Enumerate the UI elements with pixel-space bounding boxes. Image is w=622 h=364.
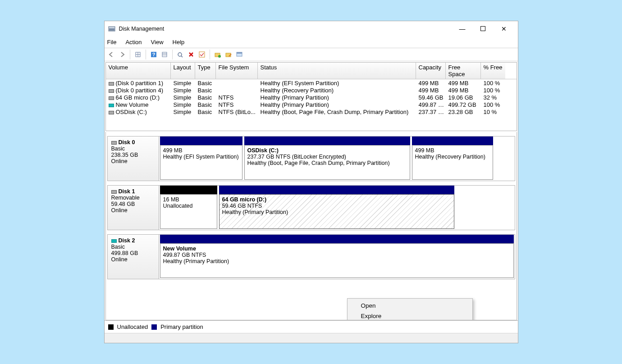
menu-view[interactable]: View — [151, 39, 164, 46]
disk2-row: Disk 2 Basic 499.88 GB Online New Volume… — [107, 234, 515, 279]
ctx-open[interactable]: Open — [348, 300, 471, 311]
col-percent-free[interactable]: % Free — [481, 63, 505, 79]
disk2-part1[interactable]: New Volume 499.87 GB NTFS Healthy (Prima… — [160, 243, 514, 278]
col-free[interactable]: Free Space — [446, 63, 481, 79]
disk1-row: Disk 1 Removable 59.48 GB Online 16 MB U… — [107, 185, 515, 230]
list-icon[interactable] — [160, 50, 169, 59]
table-row[interactable]: (Disk 0 partition 1)SimpleBasicHealthy (… — [106, 79, 517, 86]
disk-management-window: Disk Management — ✕ File Action View Hel… — [104, 21, 518, 343]
table-row[interactable]: OSDisk (C:)SimpleBasicNTFS (BitLo...Heal… — [106, 108, 517, 115]
refresh-icon[interactable] — [175, 50, 185, 59]
legend-unallocated-swatch — [108, 324, 114, 330]
back-icon[interactable] — [106, 50, 116, 59]
forward-icon[interactable] — [117, 50, 127, 59]
menu-action[interactable]: Action — [125, 39, 142, 46]
disk0-part2[interactable]: OSDisk (C:) 237.37 GB NTFS (BitLocker En… — [244, 145, 410, 180]
disk0-size: 238.35 GB — [111, 152, 138, 158]
disk-area: Disk 0 Basic 238.35 GB Online 499 MB Hea… — [105, 132, 517, 320]
disk1-part2[interactable]: 64 GB micro (D:) 59.46 GB NTFS Healthy (… — [219, 194, 454, 229]
disk1-type: Removable — [111, 195, 140, 201]
close-button[interactable]: ✕ — [494, 22, 514, 36]
disk-icon — [111, 190, 117, 194]
volume-table: Volume Layout Type File System Status Ca… — [105, 62, 517, 131]
disk-icon — [111, 141, 117, 145]
svg-rect-18 — [237, 52, 242, 54]
svg-point-15 — [218, 55, 221, 58]
disk0-row: Disk 0 Basic 238.35 GB Online 499 MB Hea… — [107, 136, 515, 181]
legend: Unallocated Primary partition — [105, 320, 518, 333]
legend-unallocated-label: Unallocated — [117, 323, 148, 330]
folder-add-icon[interactable] — [213, 50, 223, 59]
menu-help[interactable]: Help — [173, 39, 185, 46]
disk1-part1[interactable]: 16 MB Unallocated — [160, 194, 217, 229]
disk2-name: Disk 2 — [119, 237, 135, 244]
col-volume[interactable]: Volume — [106, 63, 171, 79]
window-icon[interactable] — [234, 50, 244, 59]
svg-rect-1 — [109, 28, 114, 31]
disk0-name: Disk 0 — [119, 139, 135, 146]
col-status[interactable]: Status — [258, 63, 416, 79]
titlebar: Disk Management — ✕ — [105, 21, 518, 36]
check-icon[interactable] — [197, 50, 207, 59]
svg-point-11 — [178, 53, 182, 56]
help-icon[interactable]: ? — [149, 50, 159, 59]
toolbar: ? — [105, 48, 518, 61]
col-type[interactable]: Type — [195, 63, 216, 79]
disk2-type: Basic — [111, 244, 125, 250]
legend-primary-label: Primary partition — [160, 323, 203, 330]
svg-line-12 — [181, 56, 183, 57]
col-filesystem[interactable]: File System — [216, 63, 258, 79]
disk-icon — [111, 239, 117, 243]
grid-icon[interactable] — [133, 50, 143, 59]
disk1-size: 59.48 GB — [111, 201, 135, 207]
table-row[interactable]: (Disk 0 partition 4)SimpleBasicHealthy (… — [106, 86, 517, 94]
menu-file[interactable]: File — [107, 39, 117, 46]
delete-icon[interactable] — [186, 50, 196, 59]
ctx-explore[interactable]: Explore — [348, 311, 471, 320]
svg-text:?: ? — [152, 52, 155, 57]
disk1-name: Disk 1 — [119, 188, 135, 195]
window-title: Disk Management — [119, 26, 452, 32]
col-layout[interactable]: Layout — [171, 63, 195, 79]
statusbar — [105, 333, 518, 343]
col-capacity[interactable]: Capacity — [416, 63, 446, 79]
table-row[interactable]: New VolumeSimpleBasicNTFSHealthy (Primar… — [106, 101, 517, 108]
app-icon — [108, 25, 115, 32]
svg-rect-13 — [199, 52, 205, 57]
svg-rect-8 — [162, 52, 167, 57]
disk0-state: Online — [111, 158, 128, 164]
svg-rect-2 — [481, 27, 485, 31]
disk0-part3[interactable]: 499 MB Healthy (Recovery Partition) — [412, 145, 493, 180]
context-menu: Open Explore Mark Partition as Active Ch… — [347, 298, 473, 320]
minimize-button[interactable]: — — [452, 22, 473, 36]
disk2-state: Online — [111, 256, 128, 263]
menubar: File Action View Help — [105, 36, 518, 48]
legend-primary-swatch — [151, 324, 157, 330]
disk1-state: Online — [111, 207, 128, 214]
table-row[interactable]: 64 GB micro (D:)SimpleBasicNTFSHealthy (… — [106, 94, 517, 101]
disk0-type: Basic — [111, 146, 125, 152]
maximize-button[interactable] — [473, 22, 494, 36]
folder-edit-icon[interactable] — [224, 50, 233, 59]
disk2-size: 499.88 GB — [111, 250, 138, 256]
disk0-part1[interactable]: 499 MB Healthy (EFI System Partition) — [160, 145, 242, 180]
